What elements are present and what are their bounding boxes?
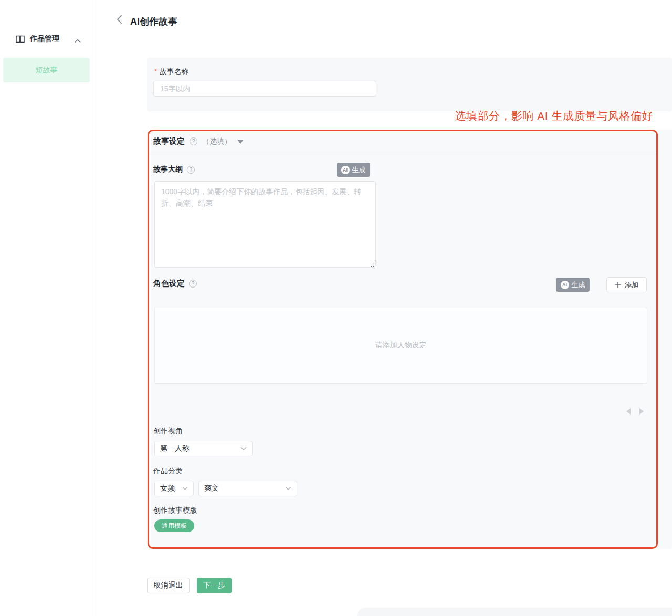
chevron-up-icon xyxy=(75,36,81,45)
category-channel-value: 女频 xyxy=(160,484,175,493)
perspective-select[interactable]: 第一人称 xyxy=(154,441,253,456)
next-step-button[interactable]: 下一步 xyxy=(197,578,232,593)
add-character-button[interactable]: 添加 xyxy=(606,277,647,292)
caret-down-icon[interactable] xyxy=(237,140,244,144)
chevron-left-icon xyxy=(116,15,123,26)
chevron-down-icon xyxy=(285,486,291,491)
characters-label-row: 角色设定 ? xyxy=(153,279,197,289)
required-asterisk: * xyxy=(154,67,157,76)
page-title: AI创作故事 xyxy=(130,15,177,28)
story-name-input[interactable] xyxy=(153,81,376,97)
chevron-down-icon xyxy=(182,486,188,491)
characters-empty-panel: 请添加人物设定 xyxy=(154,307,647,384)
ai-generate-outline-button[interactable]: AI 生成 xyxy=(337,163,370,177)
characters-empty-text: 请添加人物设定 xyxy=(375,341,427,350)
ai-generate-characters-button[interactable]: AI 生成 xyxy=(556,278,590,292)
page: 作品管理 短故事 AI创作故事 *故事名称 选填部分，影响 AI 生成质量与风格… xyxy=(0,0,672,616)
sidebar-group-label: 作品管理 xyxy=(30,34,59,44)
bottom-right-overlay xyxy=(357,608,672,616)
plus-icon xyxy=(615,282,621,288)
sidebar: 作品管理 短故事 xyxy=(0,0,96,616)
back-button[interactable] xyxy=(116,15,125,26)
story-settings-header: 故事设定 ? （选填） xyxy=(153,136,244,146)
optional-label: （选填） xyxy=(202,137,232,146)
outline-label-row: 故事大纲 ? xyxy=(153,165,195,174)
help-icon[interactable]: ? xyxy=(187,166,195,174)
story-name-label-row: *故事名称 xyxy=(154,67,188,77)
category-genre-value: 爽文 xyxy=(204,484,219,493)
book-icon xyxy=(16,35,25,43)
template-chip-general[interactable]: 通用模板 xyxy=(154,519,194,532)
add-button-label: 添加 xyxy=(625,280,638,290)
story-name-label: 故事名称 xyxy=(159,67,188,76)
sidebar-item-short-story[interactable]: 短故事 xyxy=(3,58,90,82)
chevron-down-icon xyxy=(240,447,247,451)
help-icon[interactable]: ? xyxy=(189,280,197,288)
ai-badge-icon: AI xyxy=(341,166,350,174)
category-label: 作品分类 xyxy=(153,466,183,476)
category-select-channel[interactable]: 女频 xyxy=(154,481,194,496)
help-icon[interactable]: ? xyxy=(190,137,197,145)
sidebar-item-label: 短故事 xyxy=(36,66,58,75)
ai-badge-icon: AI xyxy=(561,281,569,289)
annotation-text: 选填部分，影响 AI 生成质量与风格偏好 xyxy=(455,109,653,123)
sidebar-group-works[interactable]: 作品管理 xyxy=(0,31,96,46)
perspective-label: 创作视角 xyxy=(153,427,183,436)
pagination-left-icon[interactable] xyxy=(626,408,631,415)
story-settings-title: 故事设定 xyxy=(153,136,185,146)
template-label: 创作故事模版 xyxy=(153,506,197,515)
perspective-value: 第一人称 xyxy=(160,444,190,453)
cancel-exit-button[interactable]: 取消退出 xyxy=(147,578,190,593)
outline-label: 故事大纲 xyxy=(153,165,183,174)
pagination-right-icon[interactable] xyxy=(639,408,644,415)
characters-label: 角色设定 xyxy=(153,279,185,289)
category-select-genre[interactable]: 爽文 xyxy=(198,481,297,496)
section-divider xyxy=(148,154,657,154)
outline-textarea[interactable] xyxy=(154,181,376,268)
